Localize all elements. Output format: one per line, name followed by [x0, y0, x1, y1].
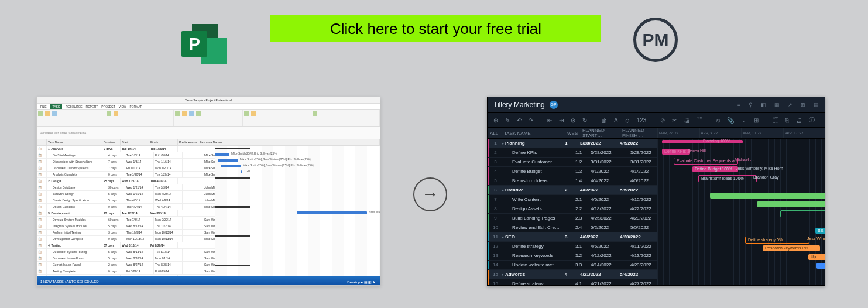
- pm-gantt-bar[interactable]: Research keywords 0%: [763, 245, 820, 251]
- pm-task-row[interactable]: 4Define Budget1.34/1/20224/1/2022: [488, 167, 657, 176]
- pm-gantt-bar[interactable]: Up: [808, 254, 825, 260]
- pm-task-row[interactable]: 16Define strategy4.14/21/20224/27/2022: [488, 279, 657, 286]
- pm-toolbar-icon[interactable]: ↷: [529, 117, 533, 124]
- msp-task-row[interactable]: 📋Testing Complete0 daysFri 8/29/14Fri 8/…: [37, 268, 215, 275]
- pm-toolbar-icon[interactable]: ↻: [582, 117, 587, 124]
- msp-task-row[interactable]: 📋On-Site Meetings4 daysTue 1/6/14Fri 1/1…: [37, 152, 215, 159]
- pm-toolbar-icon[interactable]: ↶: [517, 117, 522, 124]
- msp-task-row[interactable]: 📋Design Database30 daysWed 1/21/14Tue 3/…: [37, 184, 215, 191]
- msp-gantt-area[interactable]: Mike Smith[25%],Eric Sullivan[25%]Mike S…: [215, 146, 380, 276]
- pm-task-row[interactable]: 5Brainstorm Ideas1.44/4/20224/5/2022: [488, 176, 657, 186]
- free-trial-cta-button[interactable]: Click here to start your free trial: [270, 15, 601, 42]
- pm-toolbar-icon[interactable]: ◇: [625, 117, 630, 124]
- msp-tab-resource[interactable]: RESOURCE: [66, 104, 82, 109]
- pm-toolbar-icon[interactable]: ⎋: [716, 117, 720, 124]
- pm-toolbar-icon[interactable]: 🗑: [601, 117, 607, 124]
- msp-task-row[interactable]: 📋Document System Testing5 daysWed 8/13/1…: [37, 249, 215, 255]
- msp-gantt-bar[interactable]: [297, 211, 367, 214]
- pm-toolbar-icon[interactable]: 🗨: [741, 117, 747, 124]
- msp-task-row[interactable]: 📋4. Testing37 daysWed 8/13/14Fri 8/29/14: [37, 242, 215, 249]
- pm-toolbar-icon[interactable]: ⎘: [785, 117, 789, 124]
- pm-gantt-bar[interactable]: Evaluate Customer Segments and Needs 100…: [674, 158, 738, 165]
- pm-task-row[interactable]: 3Evaluate Customer …1.23/31/20223/31/202…: [488, 158, 657, 167]
- msp-column-headers[interactable]: Task Name Duration Start Finish Predeces…: [37, 139, 380, 146]
- msp-tab-file[interactable]: FILE: [40, 104, 47, 109]
- pm-topbar-icon[interactable]: ▤: [814, 102, 819, 108]
- pm-user-chip[interactable]: GP: [550, 101, 558, 109]
- pm-task-row[interactable]: 10Review and Edit Cre…2.45/2/20225/5/202…: [488, 223, 657, 232]
- pm-toolbar-icon[interactable]: 📎: [727, 117, 734, 124]
- pm-gantt-bar[interactable]: Define KPIs 100%: [662, 149, 690, 155]
- pm-task-row[interactable]: 7Write Content2.14/6/20224/15/2022: [488, 195, 657, 204]
- pm-toolbar-icon[interactable]: ⊘: [571, 117, 575, 124]
- pm-gantt-bar[interactable]: Define strategy 0%: [745, 237, 809, 244]
- msp-windows-taskbar[interactable]: 1 NEW TASKS : AUTO SCHEDULED Desktop ▸ ▦…: [37, 276, 380, 286]
- pm-gantt-bar[interactable]: [816, 263, 825, 269]
- pm-gantt-bar[interactable]: [757, 201, 825, 207]
- pm-gantt-bar[interactable]: SE: [815, 228, 825, 234]
- msp-task-row[interactable]: 📋Integrate System Modules5 daysWed 8/13/…: [37, 223, 215, 230]
- pm-toolbar-icon[interactable]: ⿻: [684, 117, 689, 124]
- msp-gantt-bar[interactable]: [221, 165, 241, 167]
- msp-task-row[interactable]: 📋Design Complete0 daysThu 4/24/14Thu 4/2…: [37, 204, 215, 210]
- pm-toolbar[interactable]: ⊕✎↶↷⇤⇥⊘↻🗑A◇123⊘✂⿻⿸⎋📎🗨⊞⿹⎘🖨ⓘ⋯: [488, 113, 825, 128]
- msp-task-row[interactable]: 📋Document Issues Found5 daysWed 8/20/14M…: [37, 255, 215, 262]
- pm-topbar-icon[interactable]: ◧: [761, 102, 766, 108]
- pm-task-row[interactable]: 1Planning13/28/20224/5/2022: [488, 139, 657, 148]
- pm-topbar[interactable]: Tillery Marketing GP ≡⚲◧▦↗⊞▤: [488, 97, 825, 113]
- pm-gantt-bar[interactable]: [780, 210, 825, 217]
- msp-ribbon-tabs[interactable]: FILETASKRESOURCEREPORTPROJECTVIEWFORMAT: [37, 104, 380, 110]
- pm-gantt-bar[interactable]: [710, 193, 825, 199]
- pm-toolbar-icon[interactable]: ⓘ: [809, 116, 815, 124]
- pm-task-grid[interactable]: 1Planning13/28/20224/5/20222Define KPIs1…: [488, 139, 657, 286]
- pm-gantt-summary-bar[interactable]: [662, 140, 743, 143]
- pm-task-row[interactable]: 12Define strategy3.14/6/20224/11/2022: [488, 242, 657, 251]
- pm-gantt-area[interactable]: Planning 100%Define KPIs 100%Daren HillE…: [657, 139, 825, 286]
- pm-topbar-icon[interactable]: ▦: [774, 102, 780, 108]
- msp-ribbon[interactable]: [37, 110, 380, 127]
- msp-task-row[interactable]: 📋Software Design5 daysWed 1/21/14Mon 4/2…: [37, 191, 215, 197]
- pm-toolbar-icon[interactable]: ⿸: [697, 117, 702, 124]
- pm-topbar-icon[interactable]: ≡: [737, 102, 740, 108]
- msp-task-row[interactable]: 📋Analysis Complete0 daysTue 1/20/14Tue 1…: [37, 172, 215, 178]
- pm-toolbar-icon[interactable]: ✎: [505, 117, 510, 124]
- msp-gantt-bar[interactable]: [215, 153, 229, 156]
- msp-tab-format[interactable]: FORMAT: [129, 104, 142, 109]
- pm-topbar-icon[interactable]: ⊞: [801, 102, 805, 108]
- pm-task-row[interactable]: 15Adwords44/21/20225/4/2022: [488, 270, 657, 279]
- pm-task-row[interactable]: 14Update website met…3.34/14/20224/20/20…: [488, 261, 657, 270]
- pm-toolbar-icon[interactable]: ⿹: [773, 117, 778, 124]
- pm-toolbar-icon[interactable]: ⊕: [493, 117, 498, 124]
- pm-toolbar-icon[interactable]: ⊘: [660, 117, 665, 124]
- msp-timeline-strip[interactable]: Add tasks with dates to the timeline: [37, 127, 380, 139]
- msp-task-row[interactable]: 📋Correct Issues Found2 daysWed 8/27/14Th…: [37, 262, 215, 268]
- pm-gantt-bar[interactable]: Brainstorm Ideas 100%: [698, 175, 757, 182]
- msp-task-row[interactable]: 📋2. Design25 daysWed 1/21/14Thu 4/24/14: [37, 178, 215, 184]
- pm-toolbar-icon[interactable]: ⇥: [559, 117, 564, 124]
- msp-gantt-bar[interactable]: [241, 170, 242, 173]
- msp-task-row[interactable]: 📋5. Implementation6 daysFri 8/29/14Fri 9…: [37, 275, 215, 276]
- pm-task-row[interactable]: 6Creative24/6/20225/5/2022: [488, 186, 657, 195]
- msp-task-row[interactable]: 📋Develop System Modules60 daysTue 7/8/14…: [37, 217, 215, 223]
- pm-toolbar-icon[interactable]: ⇤: [547, 117, 552, 124]
- msp-task-row[interactable]: 📋Document Current Systems7 daysFri 1/10/…: [37, 165, 215, 172]
- msp-task-row[interactable]: 📋Create Design Specification5 daysThu 4/…: [37, 197, 215, 204]
- msp-tab-report[interactable]: REPORT: [86, 104, 98, 109]
- pm-task-row[interactable]: 2Define KPIs1.13/28/20223/28/2022: [488, 148, 657, 158]
- pm-topbar-icon[interactable]: ↗: [788, 102, 792, 108]
- pm-task-row[interactable]: 13Research keywords3.24/12/20224/13/2022: [488, 251, 657, 261]
- pm-task-row[interactable]: 11SEO34/6/20224/20/2022: [488, 232, 657, 242]
- msp-task-row[interactable]: 📋Development Complete0 daysMon 10/13/14M…: [37, 236, 215, 242]
- msp-tab-task[interactable]: TASK: [50, 104, 63, 109]
- pm-column-headers[interactable]: ALL TASK NAME WBS PLANNED START… PLANNED…: [488, 128, 825, 139]
- pm-toolbar-icon[interactable]: ⊞: [754, 117, 759, 124]
- pm-toolbar-icon[interactable]: ✂: [672, 117, 677, 124]
- pm-task-row[interactable]: 9Build Landing Pages2.34/25/20224/29/202…: [488, 214, 657, 223]
- pm-task-row[interactable]: 8Design Assets2.24/18/20224/22/2022: [488, 204, 657, 214]
- msp-task-row[interactable]: 📋Discussions with Stakeholders7 daysWed …: [37, 159, 215, 165]
- msp-task-row[interactable]: 📋Perform Initial Testing3 daysThu 10/9/1…: [37, 230, 215, 236]
- pm-topbar-icon[interactable]: ⚲: [749, 102, 753, 108]
- pm-toolbar-icon[interactable]: 🖨: [796, 117, 802, 124]
- msp-tab-project[interactable]: PROJECT: [101, 104, 115, 109]
- pm-toolbar-icon[interactable]: A: [614, 117, 618, 124]
